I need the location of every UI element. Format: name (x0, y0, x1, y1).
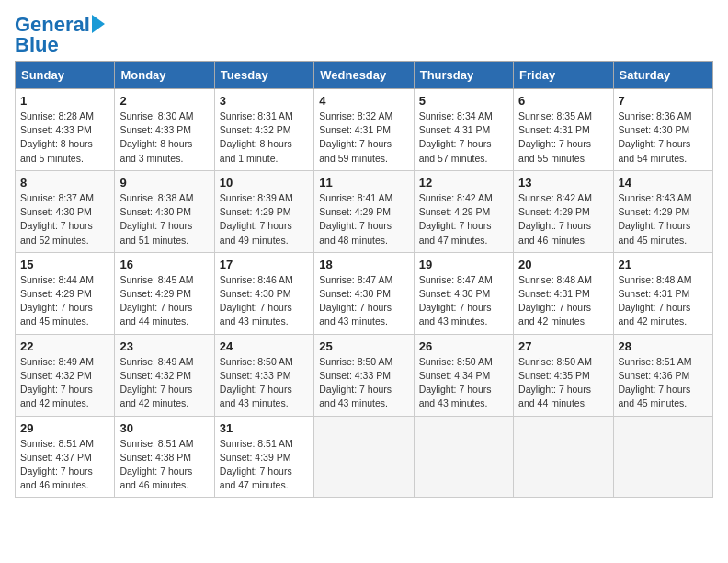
day-detail: Sunrise: 8:48 AMSunset: 4:31 PMDaylight:… (518, 273, 608, 329)
day-number: 5 (419, 94, 508, 108)
calendar-week-2: 8 Sunrise: 8:37 AMSunset: 4:30 PMDayligh… (16, 170, 713, 252)
calendar-cell (414, 416, 513, 498)
day-number: 8 (20, 176, 109, 190)
calendar-cell: 27 Sunrise: 8:50 AMSunset: 4:35 PMDaylig… (514, 334, 613, 416)
day-detail: Sunrise: 8:32 AMSunset: 4:31 PMDaylight:… (319, 109, 408, 166)
calendar-cell: 14 Sunrise: 8:43 AMSunset: 4:29 PMDaylig… (613, 170, 712, 252)
day-number: 16 (119, 258, 209, 271)
day-detail: Sunrise: 8:51 AMSunset: 4:37 PMDaylight:… (20, 437, 109, 493)
day-detail: Sunrise: 8:51 AMSunset: 4:38 PMDaylight:… (119, 437, 209, 493)
day-detail: Sunrise: 8:30 AMSunset: 4:33 PMDaylight:… (119, 109, 209, 166)
day-detail: Sunrise: 8:31 AMSunset: 4:32 PMDaylight:… (220, 109, 309, 166)
day-number: 10 (220, 176, 309, 190)
calendar-cell: 25 Sunrise: 8:50 AMSunset: 4:33 PMDaylig… (314, 334, 414, 416)
calendar-cell: 24 Sunrise: 8:50 AMSunset: 4:33 PMDaylig… (214, 334, 313, 416)
calendar-cell: 12 Sunrise: 8:42 AMSunset: 4:29 PMDaylig… (414, 170, 513, 252)
calendar-cell: 4 Sunrise: 8:32 AMSunset: 4:31 PMDayligh… (314, 89, 414, 171)
day-detail: Sunrise: 8:49 AMSunset: 4:32 PMDaylight:… (119, 355, 209, 411)
day-number: 7 (619, 94, 708, 108)
day-detail: Sunrise: 8:46 AMSunset: 4:30 PMDaylight:… (220, 273, 309, 329)
day-detail: Sunrise: 8:50 AMSunset: 4:33 PMDaylight:… (220, 355, 309, 411)
calendar-cell: 3 Sunrise: 8:31 AMSunset: 4:32 PMDayligh… (214, 89, 313, 171)
day-number: 22 (20, 339, 109, 353)
calendar-cell: 15 Sunrise: 8:44 AMSunset: 4:29 PMDaylig… (16, 252, 115, 334)
weekday-header-friday: Friday (514, 62, 613, 89)
day-number: 24 (220, 339, 309, 353)
day-number: 12 (419, 176, 508, 190)
day-detail: Sunrise: 8:50 AMSunset: 4:35 PMDaylight:… (518, 355, 608, 411)
day-detail: Sunrise: 8:43 AMSunset: 4:29 PMDaylight:… (619, 191, 708, 247)
day-detail: Sunrise: 8:34 AMSunset: 4:31 PMDaylight:… (419, 109, 508, 166)
day-detail: Sunrise: 8:42 AMSunset: 4:29 PMDaylight:… (518, 191, 608, 247)
day-number: 18 (319, 258, 408, 271)
logo: General Blue (15, 15, 105, 55)
day-number: 19 (419, 258, 508, 271)
day-number: 25 (319, 339, 408, 353)
calendar-cell: 5 Sunrise: 8:34 AMSunset: 4:31 PMDayligh… (414, 89, 513, 171)
day-number: 6 (518, 94, 608, 108)
weekday-header-monday: Monday (115, 62, 214, 89)
day-number: 1 (20, 94, 109, 108)
calendar-week-4: 22 Sunrise: 8:49 AMSunset: 4:32 PMDaylig… (16, 334, 713, 416)
day-detail: Sunrise: 8:49 AMSunset: 4:32 PMDaylight:… (20, 355, 109, 411)
day-detail: Sunrise: 8:51 AMSunset: 4:39 PMDaylight:… (220, 437, 309, 493)
day-number: 3 (220, 94, 309, 108)
day-number: 14 (619, 176, 708, 190)
calendar-cell: 29 Sunrise: 8:51 AMSunset: 4:37 PMDaylig… (16, 416, 115, 498)
day-detail: Sunrise: 8:51 AMSunset: 4:36 PMDaylight:… (619, 355, 708, 411)
day-detail: Sunrise: 8:36 AMSunset: 4:30 PMDaylight:… (619, 109, 708, 166)
calendar-cell: 23 Sunrise: 8:49 AMSunset: 4:32 PMDaylig… (115, 334, 214, 416)
day-detail: Sunrise: 8:47 AMSunset: 4:30 PMDaylight:… (319, 273, 408, 329)
page-header: General Blue (15, 15, 713, 55)
day-detail: Sunrise: 8:41 AMSunset: 4:29 PMDaylight:… (319, 191, 408, 247)
day-number: 23 (119, 339, 209, 353)
weekday-header-sunday: Sunday (16, 62, 115, 89)
calendar-cell: 8 Sunrise: 8:37 AMSunset: 4:30 PMDayligh… (16, 170, 115, 252)
calendar-cell: 10 Sunrise: 8:39 AMSunset: 4:29 PMDaylig… (214, 170, 313, 252)
weekday-header-wednesday: Wednesday (314, 62, 414, 89)
calendar-cell (613, 416, 712, 498)
calendar-table: SundayMondayTuesdayWednesdayThursdayFrid… (15, 61, 713, 498)
calendar-cell: 2 Sunrise: 8:30 AMSunset: 4:33 PMDayligh… (115, 89, 214, 171)
weekday-header-saturday: Saturday (613, 62, 712, 89)
day-detail: Sunrise: 8:37 AMSunset: 4:30 PMDaylight:… (20, 191, 109, 247)
calendar-cell: 11 Sunrise: 8:41 AMSunset: 4:29 PMDaylig… (314, 170, 414, 252)
day-detail: Sunrise: 8:50 AMSunset: 4:34 PMDaylight:… (419, 355, 508, 411)
day-number: 17 (220, 258, 309, 271)
day-detail: Sunrise: 8:45 AMSunset: 4:29 PMDaylight:… (119, 273, 209, 329)
day-number: 28 (619, 339, 708, 353)
day-detail: Sunrise: 8:47 AMSunset: 4:30 PMDaylight:… (419, 273, 508, 329)
day-number: 31 (220, 421, 309, 435)
day-number: 2 (119, 94, 209, 108)
calendar-cell: 7 Sunrise: 8:36 AMSunset: 4:30 PMDayligh… (613, 89, 712, 171)
calendar-cell: 9 Sunrise: 8:38 AMSunset: 4:30 PMDayligh… (115, 170, 214, 252)
calendar-week-3: 15 Sunrise: 8:44 AMSunset: 4:29 PMDaylig… (16, 252, 713, 334)
day-detail: Sunrise: 8:50 AMSunset: 4:33 PMDaylight:… (319, 355, 408, 411)
day-number: 27 (518, 339, 608, 353)
calendar-cell: 26 Sunrise: 8:50 AMSunset: 4:34 PMDaylig… (414, 334, 513, 416)
calendar-cell: 1 Sunrise: 8:28 AMSunset: 4:33 PMDayligh… (16, 89, 115, 171)
calendar-cell: 31 Sunrise: 8:51 AMSunset: 4:39 PMDaylig… (214, 416, 313, 498)
day-number: 13 (518, 176, 608, 190)
day-detail: Sunrise: 8:42 AMSunset: 4:29 PMDaylight:… (419, 191, 508, 247)
weekday-header-tuesday: Tuesday (214, 62, 313, 89)
calendar-cell: 22 Sunrise: 8:49 AMSunset: 4:32 PMDaylig… (16, 334, 115, 416)
day-number: 30 (119, 421, 209, 435)
calendar-cell (314, 416, 414, 498)
day-number: 21 (619, 258, 708, 271)
calendar-cell: 30 Sunrise: 8:51 AMSunset: 4:38 PMDaylig… (115, 416, 214, 498)
day-number: 15 (20, 258, 109, 271)
logo-arrow-icon (92, 15, 105, 33)
day-detail: Sunrise: 8:35 AMSunset: 4:31 PMDaylight:… (518, 109, 608, 166)
day-number: 20 (518, 258, 608, 271)
calendar-cell (514, 416, 613, 498)
day-detail: Sunrise: 8:28 AMSunset: 4:33 PMDaylight:… (20, 109, 109, 166)
day-detail: Sunrise: 8:38 AMSunset: 4:30 PMDaylight:… (119, 191, 209, 247)
calendar-cell: 18 Sunrise: 8:47 AMSunset: 4:30 PMDaylig… (314, 252, 414, 334)
logo-text2: Blue (15, 35, 59, 55)
day-number: 26 (419, 339, 508, 353)
calendar-cell: 16 Sunrise: 8:45 AMSunset: 4:29 PMDaylig… (115, 252, 214, 334)
calendar-cell: 19 Sunrise: 8:47 AMSunset: 4:30 PMDaylig… (414, 252, 513, 334)
calendar-cell: 28 Sunrise: 8:51 AMSunset: 4:36 PMDaylig… (613, 334, 712, 416)
day-number: 9 (119, 176, 209, 190)
